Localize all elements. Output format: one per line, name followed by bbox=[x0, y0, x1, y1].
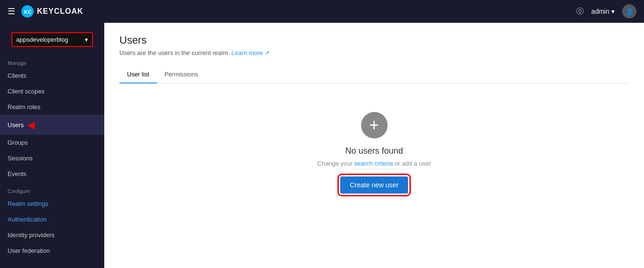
logo: KC KEYCLOAK bbox=[21, 5, 83, 18]
sidebar-item-authentication-label: Authentication bbox=[8, 216, 46, 223]
sidebar-item-authentication[interactable]: Authentication bbox=[0, 212, 104, 227]
user-label: admin bbox=[591, 8, 609, 15]
sidebar-item-client-scopes-label: Client scopes bbox=[8, 88, 45, 95]
sidebar-item-realm-roles[interactable]: Realm roles bbox=[0, 99, 104, 115]
external-link-icon: ↗ bbox=[264, 49, 270, 56]
empty-desc-part1: Change your bbox=[317, 160, 353, 167]
svg-text:KC: KC bbox=[24, 9, 32, 15]
configure-section-label: Configure bbox=[0, 182, 104, 196]
page-description-text: Users are the users in the current realm… bbox=[119, 49, 230, 56]
users-red-arrow-annotation: ◀ bbox=[27, 119, 35, 130]
logo-text: KEYCLOAK bbox=[37, 7, 83, 16]
navbar-right: ⓪ admin ▾ 👤 bbox=[576, 4, 636, 18]
create-new-user-button[interactable]: Create new user bbox=[340, 176, 408, 194]
user-menu[interactable]: admin ▾ bbox=[591, 8, 615, 15]
sidebar-item-user-federation[interactable]: User federation bbox=[0, 243, 104, 259]
page-title: Users bbox=[119, 34, 629, 46]
sidebar-item-events-label: Events bbox=[8, 170, 27, 177]
empty-desc-part2: or add a user bbox=[395, 160, 431, 167]
keycloak-logo-icon: KC bbox=[21, 5, 34, 18]
sidebar-item-events[interactable]: Events bbox=[0, 166, 104, 182]
sidebar-item-groups[interactable]: Groups bbox=[0, 135, 104, 150]
empty-state: + No users found Change your search crit… bbox=[119, 83, 629, 222]
sidebar-item-realm-settings[interactable]: Realm settings bbox=[0, 196, 104, 212]
main-layout: appsdeveloperblog ▾ ◀ Manage Clients Cli… bbox=[0, 23, 644, 268]
sidebar-item-sessions[interactable]: Sessions bbox=[0, 150, 104, 166]
sidebar-item-users[interactable]: Users ◀ bbox=[0, 115, 104, 135]
sidebar-item-realm-roles-label: Realm roles bbox=[8, 103, 40, 111]
sidebar-item-clients-label: Clients bbox=[8, 72, 27, 79]
empty-state-icon: + bbox=[361, 112, 388, 139]
sidebar-item-client-scopes[interactable]: Client scopes bbox=[0, 83, 104, 99]
help-icon[interactable]: ⓪ bbox=[576, 7, 584, 17]
learn-more-link[interactable]: Learn more ↗ bbox=[231, 49, 270, 56]
tab-user-list[interactable]: User list bbox=[119, 66, 157, 83]
manage-section-label: Manage bbox=[0, 54, 104, 68]
realm-name: appsdeveloperblog bbox=[16, 36, 82, 43]
navbar: ☰ KC KEYCLOAK ⓪ admin ▾ 👤 bbox=[0, 0, 644, 23]
empty-state-description: Change your search criteria or add a use… bbox=[317, 160, 431, 167]
sidebar-item-realm-settings-label: Realm settings bbox=[8, 200, 48, 207]
realm-dropdown-icon: ▾ bbox=[85, 36, 88, 43]
tab-permissions[interactable]: Permissions bbox=[157, 66, 206, 83]
sidebar-item-user-federation-label: User federation bbox=[8, 247, 50, 254]
sidebar-item-identity-providers-label: Identity providers bbox=[8, 231, 54, 239]
tabs: User list Permissions bbox=[119, 66, 629, 83]
sidebar: appsdeveloperblog ▾ ◀ Manage Clients Cli… bbox=[0, 23, 104, 268]
realm-selector[interactable]: appsdeveloperblog ▾ bbox=[11, 32, 93, 47]
sidebar-item-users-label: Users bbox=[8, 121, 24, 129]
sidebar-item-groups-label: Groups bbox=[8, 139, 28, 146]
sidebar-item-identity-providers[interactable]: Identity providers bbox=[0, 227, 104, 243]
content-area: Users Users are the users in the current… bbox=[104, 23, 644, 268]
avatar[interactable]: 👤 bbox=[622, 4, 636, 18]
sidebar-item-clients[interactable]: Clients bbox=[0, 68, 104, 83]
empty-state-title: No users found bbox=[345, 146, 403, 156]
sidebar-item-sessions-label: Sessions bbox=[8, 155, 33, 162]
dropdown-icon: ▾ bbox=[611, 8, 615, 15]
hamburger-menu[interactable]: ☰ bbox=[8, 6, 15, 17]
search-criteria-link[interactable]: search criteria bbox=[354, 160, 395, 167]
page-description: Users are the users in the current realm… bbox=[119, 49, 629, 56]
